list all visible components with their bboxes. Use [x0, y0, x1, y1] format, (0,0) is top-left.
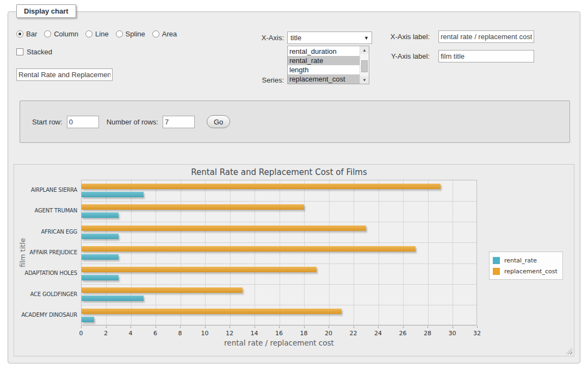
series-option-replacement_cost[interactable]: replacement_cost — [288, 74, 360, 84]
legend-label-rental_rate: rental_rate — [504, 257, 537, 264]
legend-item-replacement_cost: replacement_cost — [493, 266, 558, 277]
bar-replacement_cost — [82, 246, 416, 252]
y-category-label: ACE GOLDFINGER — [14, 291, 77, 297]
chart-legend: rental_ratereplacement_cost — [489, 252, 563, 280]
x-tick-label: 4 — [122, 330, 139, 337]
x-axis-text-label: X-Axis label: — [375, 33, 430, 41]
rows-form: Start row: Number of rows: Go — [20, 101, 570, 143]
series-multiselect[interactable]: rental_durationrental_ratelengthreplacem… — [287, 46, 369, 84]
series-options: rental_durationrental_ratelengthreplacem… — [288, 46, 360, 84]
x-tick-label: 16 — [271, 330, 287, 337]
chart-type-column[interactable]: Column — [44, 30, 78, 38]
y-category-label: AFFAIR PREJUDICE — [14, 249, 77, 255]
chart-type-radiogroup: BarColumnLineSplineArea — [16, 30, 177, 38]
chart-title-input[interactable] — [16, 68, 113, 81]
chart-type-label-spline: Spline — [126, 30, 145, 38]
y-axis-text-label: Y-Axis label: — [375, 52, 430, 60]
series-scrollbar[interactable]: ▲ ▼ — [360, 46, 369, 84]
radio-icon-column[interactable] — [44, 30, 51, 37]
scroll-down-icon[interactable]: ▼ — [360, 76, 369, 84]
x-tick-label: 30 — [444, 330, 461, 337]
series-select-label: Series: — [230, 76, 284, 84]
chart-type-label-line: Line — [95, 30, 109, 38]
chart-type-spline[interactable]: Spline — [116, 30, 145, 38]
scrollbar-thumb[interactable] — [361, 60, 368, 72]
y-category-label: AFRICAN EGG — [14, 229, 77, 235]
x-tick-label: 6 — [147, 330, 164, 337]
go-button[interactable]: Go — [207, 115, 230, 128]
bar-rental_rate — [82, 192, 144, 197]
y-category-label: AIRPLANE SIERRA — [14, 187, 77, 193]
series-option-length[interactable]: length — [288, 65, 360, 74]
legend-swatch-rental_rate — [493, 257, 500, 264]
y-category-label: ADAPTATION HOLES — [14, 270, 77, 276]
y-category-label: ACADEMY DINOSAUR — [14, 312, 77, 318]
series-option-rental_rate[interactable]: rental_rate — [288, 56, 360, 65]
x-axis-selected-value: title — [290, 34, 364, 42]
x-axis-select-label: X-Axis: — [230, 34, 284, 42]
bar-replacement_cost — [82, 267, 317, 272]
bar-rental_rate — [82, 317, 94, 322]
x-axis-select[interactable]: title ▼ — [287, 32, 372, 44]
radio-icon-bar[interactable] — [16, 30, 23, 37]
chart-type-label-bar: Bar — [26, 30, 37, 38]
chart-title: Rental Rate and Replacement Cost of Film… — [81, 167, 477, 177]
bar-rental_rate — [82, 254, 119, 260]
radio-icon-area[interactable] — [152, 30, 159, 37]
chart-type-bar[interactable]: Bar — [16, 30, 37, 38]
num-rows-input[interactable] — [163, 116, 195, 128]
series-option-rental_duration[interactable]: rental_duration — [288, 47, 360, 56]
y-category-label: AGENT TRUMAN — [14, 208, 77, 214]
chart-type-label-area: Area — [162, 30, 177, 38]
x-tick-label: 10 — [197, 330, 213, 337]
legend-item-rental_rate: rental_rate — [493, 255, 558, 266]
x-tick-label: 14 — [246, 330, 263, 337]
legend-label-replacement_cost: replacement_cost — [504, 268, 558, 275]
dropdown-arrow-icon: ▼ — [364, 35, 369, 41]
bar-rental_rate — [82, 296, 144, 301]
x-tick-label: 20 — [320, 330, 337, 337]
chart-type-line[interactable]: Line — [85, 30, 109, 38]
x-tick-label: 18 — [296, 330, 312, 337]
stacked-label: Stacked — [27, 48, 52, 56]
x-tick-label: 0 — [73, 330, 89, 337]
chart-x-axis-title: rental rate / replacement cost — [81, 338, 477, 347]
start-row-label: Start row: — [32, 118, 63, 126]
page: Display chart BarColumnLineSplineArea St… — [0, 0, 588, 370]
bar-replacement_cost — [82, 309, 342, 314]
x-axis-label-input[interactable] — [438, 30, 534, 43]
scroll-up-icon[interactable]: ▲ — [360, 46, 369, 54]
chart-type-label-column: Column — [54, 30, 78, 38]
fieldset-legend: Display chart — [16, 4, 76, 18]
resize-handle-icon[interactable] — [566, 348, 572, 354]
bar-replacement_cost — [82, 184, 441, 189]
chart-panel: Rental Rate and Replacement Cost of Film… — [14, 164, 574, 356]
x-tick-label: 24 — [370, 330, 386, 337]
x-tick-label: 28 — [419, 330, 436, 337]
x-tick-label: 22 — [345, 330, 362, 337]
chart-type-area[interactable]: Area — [152, 30, 177, 38]
bar-rental_rate — [82, 234, 119, 239]
x-tick-label: 12 — [221, 330, 238, 337]
bar-replacement_cost — [82, 225, 366, 231]
radio-icon-spline[interactable] — [116, 30, 123, 37]
x-tick-label: 32 — [469, 330, 485, 337]
start-row-input[interactable] — [67, 116, 99, 128]
x-tick-label: 26 — [395, 330, 411, 337]
radio-icon-line[interactable] — [85, 30, 92, 37]
bar-replacement_cost — [82, 204, 304, 210]
num-rows-label: Number of rows: — [107, 118, 158, 126]
stacked-checkbox-icon[interactable] — [16, 48, 23, 55]
y-axis-label-input[interactable] — [438, 50, 534, 62]
x-tick-label: 2 — [98, 330, 114, 337]
legend-swatch-replacement_cost — [493, 268, 500, 275]
stacked-checkbox-row[interactable]: Stacked — [16, 48, 52, 56]
bar-rental_rate — [82, 275, 119, 280]
bar-rental_rate — [82, 212, 119, 218]
chart-grid — [81, 180, 477, 325]
bar-replacement_cost — [82, 287, 243, 293]
x-tick-label: 8 — [172, 330, 188, 337]
